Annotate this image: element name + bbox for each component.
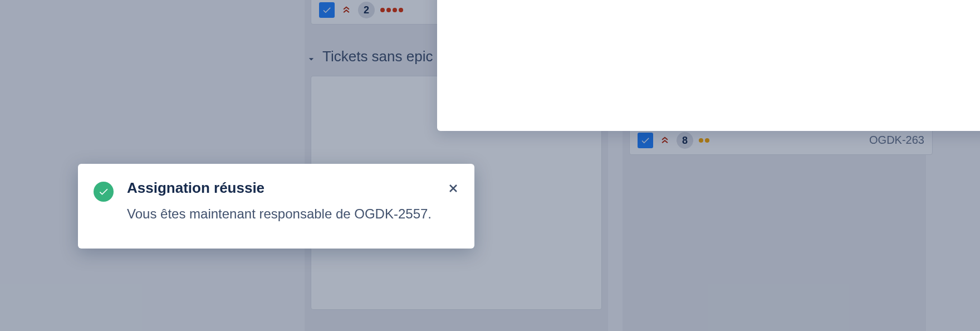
toast-close-button[interactable] — [445, 181, 461, 196]
success-toast: Assignation réussie Vous êtes maintenant… — [78, 164, 474, 249]
toast-content: Assignation réussie Vous êtes maintenant… — [127, 179, 432, 233]
toast-message: Vous êtes maintenant responsable de OGDK… — [127, 205, 432, 223]
toast-title: Assignation réussie — [127, 179, 432, 197]
detail-panel — [437, 0, 980, 131]
success-check-icon — [94, 182, 114, 202]
